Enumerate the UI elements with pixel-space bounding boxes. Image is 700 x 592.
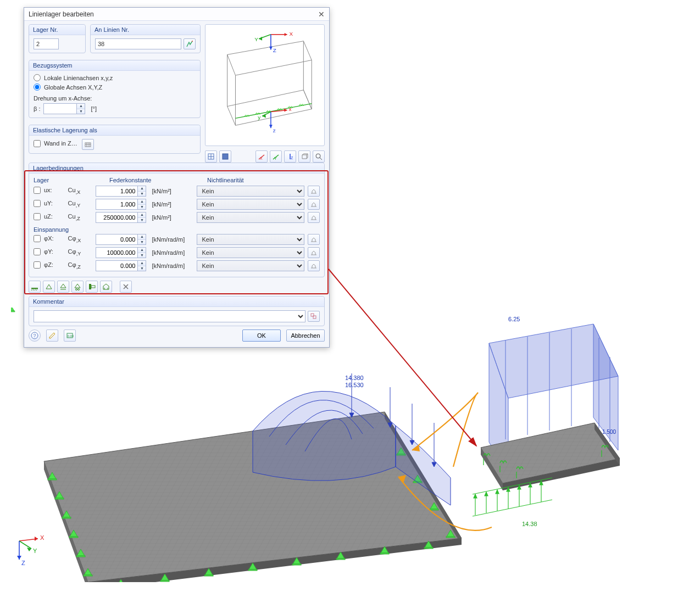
spring-unit: [kN/m²] xyxy=(152,214,193,221)
spring-symbol: Cφ,X xyxy=(68,235,93,243)
nonlin-edit-icon[interactable] xyxy=(308,212,320,223)
spring-value-t1[interactable]: ▲▼ xyxy=(96,199,146,210)
support-wall-icon[interactable] xyxy=(100,281,112,293)
chevron-up-icon[interactable]: ▲ xyxy=(138,261,146,266)
cancel-button[interactable]: Abbrechen xyxy=(286,329,325,342)
units-icon[interactable]: 0.00 xyxy=(64,329,76,342)
svg-marker-86 xyxy=(388,423,392,427)
svg-rect-80 xyxy=(430,509,438,510)
group-reference-system: Bezugssystem Lokale Linienachsen x,y,z G… xyxy=(29,60,201,118)
rotation-label: Drehung um x-Achse: xyxy=(34,95,196,102)
edit-icon[interactable] xyxy=(46,329,58,342)
view-z-icon[interactable]: Z xyxy=(284,150,296,163)
svg-marker-123 xyxy=(529,483,532,487)
spring-value-r2[interactable]: ▲▼ xyxy=(96,260,146,271)
nonlin-edit-icon[interactable] xyxy=(308,247,320,258)
wall-settings-icon[interactable] xyxy=(82,139,94,150)
wall-in-z-checkbox[interactable]: Wand in Z… xyxy=(34,140,77,147)
svg-text:Z: Z xyxy=(21,560,25,566)
svg-line-111 xyxy=(473,478,552,494)
nonlin-select-t1[interactable]: Kein xyxy=(197,199,304,210)
nonlin-edit-icon[interactable] xyxy=(308,234,320,245)
nonlin-select-t2[interactable]: Kein xyxy=(197,212,304,223)
radio-global-axes[interactable]: Globale Achsen X,Y,Z xyxy=(34,83,196,91)
support-hinged-icon[interactable] xyxy=(43,281,55,293)
nonlin-select-r2[interactable]: Kein xyxy=(197,260,304,271)
chevron-up-icon[interactable]: ▲ xyxy=(138,186,146,192)
elastic-support-title: Elastische Lagerung als xyxy=(29,125,200,136)
svg-marker-113 xyxy=(474,494,477,498)
support-no-input[interactable] xyxy=(34,38,59,49)
svg-text:Y: Y xyxy=(254,36,258,42)
chevron-down-icon[interactable]: ▼ xyxy=(138,253,146,258)
spring-value-r0[interactable]: ▲▼ xyxy=(96,234,146,245)
beta-stepper[interactable]: ▲▼ xyxy=(43,103,85,114)
svg-marker-117 xyxy=(496,490,499,494)
support-check-t2[interactable]: uZ: xyxy=(34,213,65,220)
support-check-r2[interactable]: φZ: xyxy=(34,261,65,269)
on-lines-input[interactable] xyxy=(95,38,181,49)
nonlin-edit-icon[interactable] xyxy=(308,260,320,271)
view-toggle-1-icon[interactable] xyxy=(205,150,217,163)
chevron-up-icon[interactable]: ▲ xyxy=(138,213,146,218)
svg-marker-71 xyxy=(337,552,345,559)
view-x-icon[interactable]: X xyxy=(255,150,268,163)
dialog-title: Linienlager bearbeiten xyxy=(29,10,94,18)
support-check-r0[interactable]: φX: xyxy=(34,235,65,242)
support-clamped-icon[interactable] xyxy=(86,281,98,293)
chevron-up-icon[interactable]: ▲ xyxy=(77,104,85,109)
nonlin-select-t0[interactable]: Kein xyxy=(197,186,304,197)
support-free-icon[interactable] xyxy=(120,281,132,293)
chevron-down-icon[interactable]: ▼ xyxy=(138,218,146,223)
chevron-up-icon[interactable]: ▲ xyxy=(138,234,146,240)
view-y-icon[interactable]: Y xyxy=(270,150,282,163)
support-row-t1: uY:Cu,Y▲▼[kN/m²]Kein xyxy=(34,199,320,210)
support-roller-y-icon[interactable] xyxy=(71,281,84,293)
view-iso-icon[interactable] xyxy=(298,150,310,163)
chevron-up-icon[interactable]: ▲ xyxy=(138,248,146,253)
spring-value-t2[interactable]: ▲▼ xyxy=(96,212,146,223)
svg-marker-106 xyxy=(503,459,620,490)
svg-marker-29 xyxy=(60,284,66,288)
support-check-r1[interactable]: φY: xyxy=(34,248,65,255)
comment-input[interactable] xyxy=(34,310,305,322)
svg-marker-96 xyxy=(489,343,508,475)
chevron-down-icon[interactable]: ▼ xyxy=(138,266,146,271)
chevron-up-icon[interactable]: ▲ xyxy=(138,199,146,205)
beta-input[interactable] xyxy=(43,103,76,114)
close-icon[interactable]: ✕ xyxy=(316,9,327,19)
support-roller-x-icon[interactable] xyxy=(57,281,69,293)
view-toggle-2-icon[interactable] xyxy=(219,150,231,163)
svg-marker-107 xyxy=(595,423,620,466)
spring-value-t0[interactable]: ▲▼ xyxy=(96,186,146,197)
help-icon[interactable]: ? xyxy=(29,329,41,342)
ok-button[interactable]: OK xyxy=(242,329,281,342)
support-check-t1[interactable]: uY: xyxy=(34,200,65,207)
svg-rect-74 xyxy=(380,553,389,554)
svg-marker-3 xyxy=(285,33,287,36)
support-check-t0[interactable]: ux: xyxy=(34,187,65,194)
nonlin-select-r1[interactable]: Kein xyxy=(197,247,304,258)
zoom-extents-icon[interactable] xyxy=(313,150,325,163)
nonlin-edit-icon[interactable] xyxy=(308,199,320,210)
svg-marker-53 xyxy=(63,511,70,517)
svg-text:X: X xyxy=(290,31,293,37)
chevron-down-icon[interactable]: ▼ xyxy=(138,192,146,197)
chevron-down-icon[interactable]: ▼ xyxy=(138,240,146,245)
spring-symbol: Cφ,Z xyxy=(68,261,93,270)
chevron-down-icon[interactable]: ▼ xyxy=(77,109,85,114)
svg-marker-90 xyxy=(432,462,436,467)
svg-marker-77 xyxy=(447,530,454,537)
svg-marker-95 xyxy=(489,324,618,398)
nonlin-select-r0[interactable]: Kein xyxy=(197,234,304,245)
svg-rect-72 xyxy=(336,559,345,560)
comment-pick-icon[interactable] xyxy=(308,311,320,322)
spring-value-r1[interactable]: ▲▼ xyxy=(96,247,146,258)
nonlin-edit-icon[interactable] xyxy=(308,186,320,197)
svg-marker-28 xyxy=(46,284,52,289)
radio-local-axes[interactable]: Lokale Linienachsen x,y,z xyxy=(34,74,196,81)
support-fixed-icon[interactable] xyxy=(29,281,41,293)
svg-rect-35 xyxy=(91,286,95,288)
chevron-down-icon[interactable]: ▼ xyxy=(138,205,146,210)
pick-lines-icon[interactable] xyxy=(184,38,196,49)
